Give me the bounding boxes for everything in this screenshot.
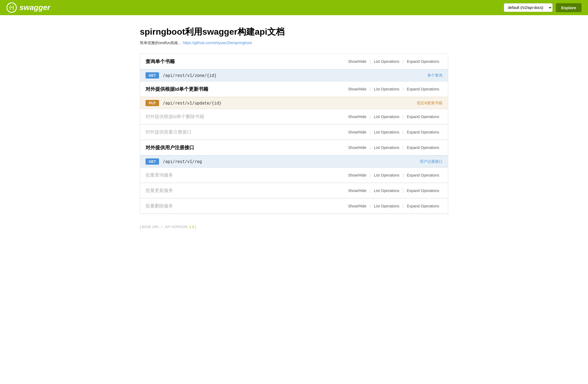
action-expand-operations-1[interactable]: Expand Operations (404, 59, 442, 64)
method-badge-get[interactable]: GET (146, 158, 159, 165)
action-show/hide-4[interactable]: Show/Hide (345, 130, 370, 134)
section-header-2: 对外提供根据id单个更新书籍Show/Hide|List Operations|… (140, 82, 448, 97)
section-actions-2: Show/Hide|List Operations|Expand Operati… (345, 87, 442, 91)
action-list-operations-4[interactable]: List Operations (371, 130, 402, 134)
main-content: spirngboot利用swagger构建api文档 简单优雅的restfun风… (132, 15, 456, 245)
action-expand-operations-8[interactable]: Expand Operations (404, 204, 442, 208)
api-section-1: 查询单个书籍Show/Hide|List Operations|Expand O… (140, 54, 448, 82)
section-header-8: 批量删除服务Show/Hide|List Operations|Expand O… (140, 198, 448, 214)
swagger-logo-icon: {•} (6, 2, 17, 13)
action-list-operations-7[interactable]: List Operations (371, 188, 402, 193)
action-expand-operations-3[interactable]: Expand Operations (404, 115, 442, 119)
footer: [ BASE URL: / , API VERSION: 1.0 ] (140, 225, 448, 229)
action-show/hide-1[interactable]: Show/Hide (345, 59, 370, 64)
api-section-6: 批量查询服务Show/Hide|List Operations|Expand O… (140, 168, 448, 183)
section-header-6: 批量查询服务Show/Hide|List Operations|Expand O… (140, 168, 448, 183)
api-section-5: 对外提供用户注册接口Show/Hide|List Operations|Expa… (140, 140, 448, 168)
app-name: swagger (19, 3, 50, 12)
section-actions-3: Show/Hide|List Operations|Expand Operati… (345, 115, 442, 119)
api-selector-wrapper: default (/v2/api-docs) (504, 3, 553, 12)
action-expand-operations-4[interactable]: Expand Operations (404, 130, 442, 134)
api-section-8: 批量删除服务Show/Hide|List Operations|Expand O… (140, 198, 448, 214)
action-list-operations-6[interactable]: List Operations (371, 173, 402, 177)
section-header-3: 对外提供根据id单个删除书籍Show/Hide|List Operations|… (140, 109, 448, 124)
api-selector[interactable]: default (/v2/api-docs) (504, 3, 553, 12)
section-title-7: 批量更新服务 (146, 187, 345, 194)
section-header-7: 批量更新服务Show/Hide|List Operations|Expand O… (140, 183, 448, 198)
api-path: /api/rest/v1/update/{id} (163, 101, 417, 106)
api-path: /api/rest/v1/zone/{id} (163, 73, 427, 78)
action-list-operations-8[interactable]: List Operations (371, 204, 402, 208)
action-list-operations-1[interactable]: List Operations (371, 59, 402, 64)
operation-row-2-1: PUT/api/rest/v1/update/{id}指定id更新书籍 (140, 97, 448, 109)
section-header-1: 查询单个书籍Show/Hide|List Operations|Expand O… (140, 54, 448, 69)
operation-row-5-1: GET/api/rest/v1/reg用户注册接口 (140, 155, 448, 167)
section-actions-6: Show/Hide|List Operations|Expand Operati… (345, 173, 442, 177)
action-show/hide-6[interactable]: Show/Hide (345, 173, 370, 177)
github-link[interactable]: https://github.com/shiyuan2he/springboot (183, 41, 252, 45)
api-section-4: 对外提供批量注册接口Show/Hide|List Operations|Expa… (140, 125, 448, 140)
method-badge-put[interactable]: PUT (146, 100, 159, 106)
operation-row-1-1: GET/api/rest/v1/zone/{id}单个查询 (140, 69, 448, 81)
action-expand-operations-6[interactable]: Expand Operations (404, 173, 442, 177)
action-expand-operations-2[interactable]: Expand Operations (404, 87, 442, 91)
api-section-7: 批量更新服务Show/Hide|List Operations|Expand O… (140, 183, 448, 198)
section-title-1: 查询单个书籍 (146, 58, 345, 65)
section-actions-8: Show/Hide|List Operations|Expand Operati… (345, 204, 442, 208)
api-section-2: 对外提供根据id单个更新书籍Show/Hide|List Operations|… (140, 82, 448, 109)
section-title-4: 对外提供批量注册接口 (146, 129, 345, 135)
api-description: 单个查询 (427, 73, 442, 78)
api-sections: 查询单个书籍Show/Hide|List Operations|Expand O… (140, 54, 448, 214)
section-title-3: 对外提供根据id单个删除书籍 (146, 113, 345, 120)
section-title-6: 批量查询服务 (146, 172, 345, 178)
app-header: {•} swagger default (/v2/api-docs) Explo… (0, 0, 588, 15)
action-list-operations-2[interactable]: List Operations (371, 87, 402, 91)
api-section-3: 对外提供根据id单个删除书籍Show/Hide|List Operations|… (140, 109, 448, 125)
action-expand-operations-7[interactable]: Expand Operations (404, 188, 442, 193)
section-actions-4: Show/Hide|List Operations|Expand Operati… (345, 130, 442, 134)
section-title-5: 对外提供用户注册接口 (146, 144, 345, 151)
section-actions-7: Show/Hide|List Operations|Expand Operati… (345, 188, 442, 193)
api-path: /api/rest/v1/reg (163, 159, 420, 164)
action-list-operations-5[interactable]: List Operations (371, 145, 402, 150)
section-actions-5: Show/Hide|List Operations|Expand Operati… (345, 145, 442, 150)
api-description: 用户注册接口 (420, 159, 442, 164)
explore-button[interactable]: Explore (556, 3, 582, 12)
action-show/hide-3[interactable]: Show/Hide (345, 115, 370, 119)
method-badge-get[interactable]: GET (146, 72, 159, 79)
section-title-8: 批量删除服务 (146, 203, 345, 209)
action-expand-operations-5[interactable]: Expand Operations (404, 145, 442, 150)
logo-area: {•} swagger (6, 2, 504, 13)
section-actions-1: Show/Hide|List Operations|Expand Operati… (345, 59, 442, 64)
action-show/hide-5[interactable]: Show/Hide (345, 145, 370, 150)
action-show/hide-7[interactable]: Show/Hide (345, 188, 370, 193)
page-subtitle: 简单优雅的restfun风格， https://github.com/shiyu… (140, 41, 448, 45)
api-description: 指定id更新书籍 (417, 101, 442, 106)
action-list-operations-3[interactable]: List Operations (371, 115, 402, 119)
section-header-5: 对外提供用户注册接口Show/Hide|List Operations|Expa… (140, 140, 448, 155)
page-title: spirngboot利用swagger构建api文档 (140, 26, 448, 38)
section-header-4: 对外提供批量注册接口Show/Hide|List Operations|Expa… (140, 125, 448, 140)
action-show/hide-2[interactable]: Show/Hide (345, 87, 370, 91)
section-title-2: 对外提供根据id单个更新书籍 (146, 86, 345, 92)
action-show/hide-8[interactable]: Show/Hide (345, 204, 370, 208)
